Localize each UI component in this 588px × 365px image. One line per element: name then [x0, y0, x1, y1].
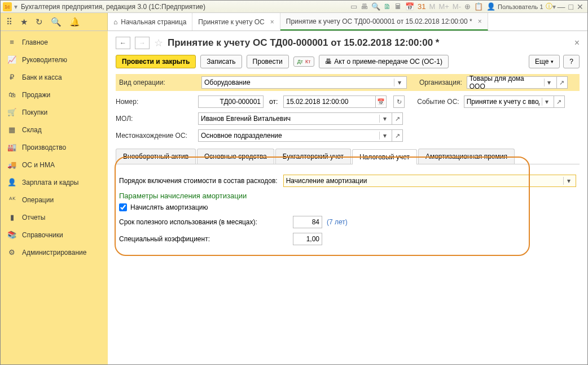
- amort-checkbox-label: Начислять амортизацию: [130, 203, 208, 211]
- sidebar-item-manager[interactable]: 📈Руководителю: [1, 51, 108, 68]
- books-icon: 📚: [7, 231, 16, 239]
- date-icon[interactable]: 31: [418, 2, 425, 11]
- nav-forward-button[interactable]: →: [135, 37, 150, 49]
- cost-select[interactable]: Начисление амортизации ▾: [283, 175, 576, 187]
- open-ref-button[interactable]: ↗: [556, 76, 568, 89]
- m-icon[interactable]: M: [429, 2, 436, 11]
- m-minus-icon[interactable]: M-: [453, 2, 461, 11]
- tab-noncurrent[interactable]: Внеоборотный актив: [116, 149, 196, 164]
- user-icon[interactable]: 👤: [486, 2, 495, 11]
- sidebar-item-main[interactable]: ≡Главное: [1, 33, 108, 51]
- page-close-button[interactable]: ×: [574, 38, 580, 48]
- close-button[interactable]: ✕: [575, 2, 585, 11]
- sidebar-item-purchases[interactable]: 🛒Покупки: [1, 103, 108, 121]
- sidebar-item-label: Склад: [22, 126, 42, 134]
- maximize-button[interactable]: □: [567, 2, 575, 11]
- bell-icon[interactable]: 🔔: [69, 17, 80, 27]
- dropdown-icon[interactable]: ▾: [14, 3, 17, 11]
- calc-icon[interactable]: 🖩: [394, 2, 402, 11]
- sidebar-item-bank[interactable]: ₽Банк и касса: [1, 68, 108, 86]
- print-preview-icon[interactable]: ▭: [350, 2, 357, 11]
- calendar-icon[interactable]: 📅: [405, 2, 414, 11]
- m-plus-icon[interactable]: M+: [438, 2, 449, 11]
- chart-icon: 📈: [7, 55, 16, 64]
- calendar-icon[interactable]: 📅: [375, 95, 387, 108]
- refresh-icon[interactable]: ↻: [393, 95, 405, 108]
- post-button[interactable]: Провести: [247, 55, 289, 68]
- more-label: Еще: [535, 58, 548, 66]
- chevron-down-icon: ▾: [563, 177, 573, 185]
- apps-icon[interactable]: ⠿: [6, 17, 12, 27]
- tab-os-doc[interactable]: Принятие к учету ОС ТД00-000001 от 15.02…: [280, 13, 488, 31]
- sidebar-item-os[interactable]: 🚚ОС и НМА: [1, 156, 108, 173]
- print-akt-button[interactable]: 🖶Акт о приеме-передаче ОС (ОС-1): [319, 55, 449, 68]
- sidebar-item-stock[interactable]: ▦Склад: [1, 121, 108, 138]
- grid-icon: ▦: [7, 125, 16, 134]
- num-input[interactable]: [198, 95, 264, 108]
- open-ref-button[interactable]: ↗: [392, 129, 403, 142]
- tab-close-icon[interactable]: ×: [478, 18, 482, 25]
- sidebar-item-operations[interactable]: ᴬᴷОперации: [1, 191, 108, 208]
- star-icon[interactable]: ★: [20, 17, 28, 27]
- inner-tabs: Внеоборотный актив Основные средства Бух…: [116, 149, 580, 164]
- cost-value: Начисление амортизации: [286, 177, 367, 185]
- event-label: Событие ОС:: [417, 98, 459, 106]
- sidebar-item-admin[interactable]: ⚙Администрирование: [1, 244, 108, 261]
- chevron-down-icon: ▾: [379, 115, 389, 123]
- op-select[interactable]: Оборудование ▾: [201, 76, 407, 89]
- main: ← → ☆ Принятие к учету ОС ТД00-000001 от…: [108, 31, 587, 364]
- event-value: Принятие к учету с вводо: [467, 98, 539, 106]
- sidebar-item-reports[interactable]: ▮Отчеты: [1, 208, 108, 226]
- org-select[interactable]: Товары для дома ООО ▾: [467, 76, 557, 89]
- clipboard-icon[interactable]: 📋: [474, 2, 483, 11]
- search-icon[interactable]: 🔍: [371, 2, 380, 11]
- sidebar-item-salary[interactable]: 👤Зарплата и кадры: [1, 173, 108, 191]
- tab-tax[interactable]: Налоговый учет: [352, 149, 417, 164]
- date-input[interactable]: [283, 95, 376, 108]
- loc-select[interactable]: Основное подразделение ▾: [198, 129, 392, 142]
- life-input[interactable]: [293, 216, 322, 228]
- dtkt-button[interactable]: ДтКт: [293, 57, 315, 67]
- info-icon[interactable]: ⓘ: [546, 2, 552, 11]
- sidebar-item-label: Производство: [22, 144, 66, 151]
- window-tabs: ⌂ Начальная страница Принятие к учету ОС…: [108, 13, 587, 31]
- open-ref-button[interactable]: ↗: [554, 95, 565, 108]
- mol-select[interactable]: Иванов Евгений Витальевич ▾: [198, 112, 392, 125]
- history-icon[interactable]: ↻: [36, 17, 43, 27]
- post-and-close-button[interactable]: Провести и закрыть: [116, 55, 196, 68]
- event-select[interactable]: Принятие к учету с вводо ▾: [464, 95, 554, 108]
- sidebar-item-label: Отчеты: [22, 214, 45, 221]
- sidebar-item-production[interactable]: 🏭Производство: [1, 138, 108, 156]
- zoom-icon[interactable]: ⊕: [464, 2, 471, 11]
- bars-icon: ▮: [7, 213, 16, 221]
- favorite-icon[interactable]: ☆: [154, 37, 163, 49]
- mol-value: Иванов Евгений Витальевич: [201, 115, 291, 123]
- tab-os-list[interactable]: Принятие к учету ОС ×: [192, 13, 280, 31]
- tab-amort-premium[interactable]: Амортизационная премия: [418, 149, 515, 164]
- help-button[interactable]: ?: [563, 55, 580, 68]
- coef-label: Специальный коэффициент:: [119, 235, 288, 243]
- doc-icon[interactable]: 🗎: [384, 2, 391, 11]
- tab-close-icon[interactable]: ×: [270, 18, 274, 26]
- sidebar-item-sales[interactable]: 🛍Продажи: [1, 86, 108, 103]
- chevron-down-icon: ▾: [542, 98, 551, 106]
- save-button[interactable]: Записать: [200, 55, 242, 68]
- current-user[interactable]: Пользователь 1: [498, 3, 543, 10]
- nav-back-button[interactable]: ←: [116, 37, 130, 49]
- more-button[interactable]: Еще▾: [529, 55, 560, 68]
- tab-accounting[interactable]: Бухгалтерский учет: [275, 149, 351, 164]
- search-icon[interactable]: 🔍: [51, 17, 62, 27]
- amort-checkbox[interactable]: Начислять амортизацию: [119, 203, 576, 211]
- tab-home-label: Начальная страница: [121, 18, 186, 26]
- tab-home[interactable]: ⌂ Начальная страница: [108, 13, 192, 31]
- tab-fixed-assets[interactable]: Основные средства: [197, 149, 274, 164]
- from-label: от:: [269, 98, 278, 106]
- sidebar-item-label: Операции: [22, 196, 54, 204]
- titlebar: 1c ▾ Бухгалтерия предприятия, редакция 3…: [1, 1, 587, 13]
- print-icon[interactable]: 🖶: [361, 2, 368, 11]
- coef-input[interactable]: [293, 233, 322, 245]
- minimize-button[interactable]: —: [556, 2, 567, 11]
- open-ref-button[interactable]: ↗: [392, 112, 403, 125]
- amort-checkbox-input[interactable]: [119, 203, 127, 211]
- sidebar-item-refs[interactable]: 📚Справочники: [1, 226, 108, 244]
